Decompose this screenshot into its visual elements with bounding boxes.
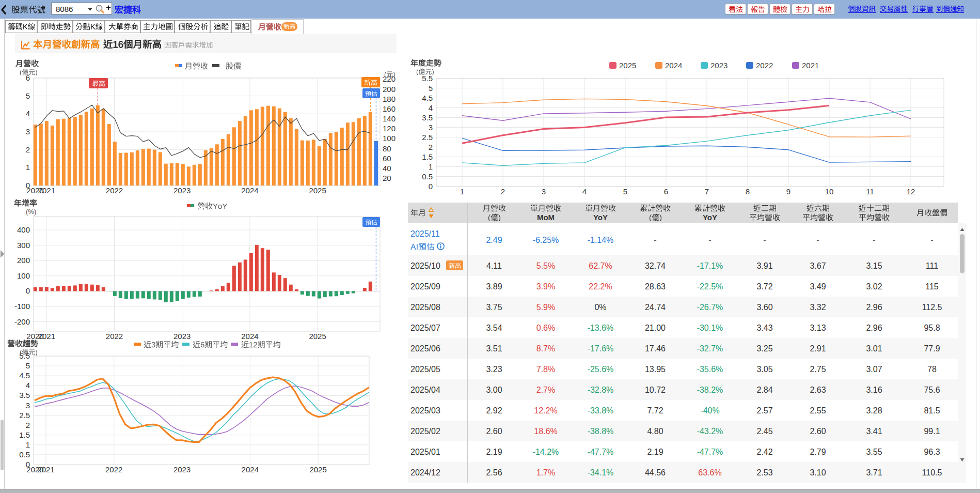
svg-text:2: 2	[501, 187, 505, 196]
svg-text:5: 5	[623, 187, 627, 196]
svg-text:2025: 2025	[619, 61, 636, 70]
svg-text:2.5: 2.5	[422, 133, 433, 142]
svg-text:4.5: 4.5	[422, 94, 433, 102]
svg-text:10: 10	[825, 187, 834, 196]
svg-text:1.5: 1.5	[422, 152, 433, 161]
svg-text:9: 9	[786, 187, 791, 196]
svg-text:2024: 2024	[665, 61, 682, 70]
svg-text:0: 0	[429, 182, 433, 191]
svg-text:4: 4	[582, 187, 587, 196]
svg-text:7: 7	[705, 187, 709, 196]
svg-text:0.5: 0.5	[422, 172, 433, 181]
svg-text:2: 2	[429, 143, 433, 151]
svg-text:3.5: 3.5	[422, 113, 433, 122]
svg-text:3: 3	[429, 123, 433, 132]
svg-text:1: 1	[429, 162, 433, 171]
svg-text:12: 12	[907, 187, 915, 196]
svg-text:5: 5	[429, 84, 433, 93]
svg-text:4: 4	[429, 103, 433, 112]
svg-text:3: 3	[542, 187, 546, 196]
svg-text:6: 6	[664, 187, 668, 196]
svg-text:1: 1	[460, 187, 464, 196]
svg-text:2022: 2022	[756, 61, 773, 70]
svg-text:11: 11	[866, 187, 874, 196]
svg-text:5.5: 5.5	[422, 74, 433, 83]
svg-text:2023: 2023	[710, 61, 728, 70]
svg-text:2021: 2021	[802, 61, 819, 70]
svg-text:8: 8	[746, 187, 750, 196]
